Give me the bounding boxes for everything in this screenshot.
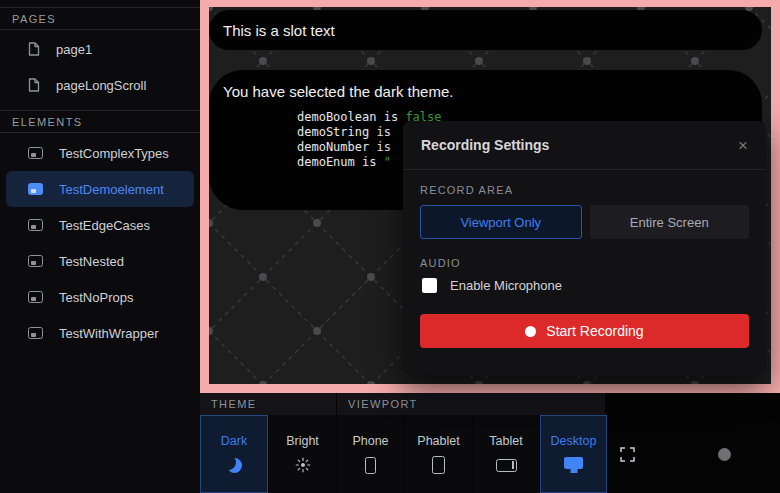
record-area-options: Viewport Only Entire Screen [420, 205, 749, 239]
sidebar-item-label: TestDemoelement [59, 182, 164, 197]
viewport-phablet-label: Phablet [417, 434, 459, 448]
viewport-tablet-button[interactable]: Tablet [473, 415, 539, 493]
modal-body: RECORD AREA Viewport Only Entire Screen … [403, 170, 766, 348]
sidebar-item-label: TestWithWrapper [59, 326, 158, 341]
phone-icon [365, 457, 376, 474]
sidebar-item-page1[interactable]: page1 [6, 31, 194, 67]
start-recording-button[interactable]: Start Recording [420, 314, 749, 348]
code-line-prefix: demoBoolean is [297, 110, 405, 124]
sidebar-item-label: pageLongScroll [56, 78, 146, 93]
slot-text: This is a slot text [223, 22, 335, 39]
viewport-desktop-button[interactable]: Desktop [540, 415, 607, 493]
theme-message: You have selected the dark theme. [223, 83, 762, 100]
element-icon [28, 255, 43, 267]
viewport-header-label: VIEWPORT [348, 398, 418, 410]
record-area-label: RECORD AREA [420, 184, 749, 196]
viewport-tablet-label: Tablet [489, 434, 522, 448]
theme-bright-button[interactable]: Bright [269, 415, 336, 493]
sidebar-item-testwithwrapper[interactable]: TestWithWrapper [6, 315, 194, 351]
sidebar-item-testdemoelement[interactable]: TestDemoelement [6, 171, 194, 207]
moon-icon [227, 458, 242, 473]
record-dot-icon [525, 326, 536, 337]
theme-bright-label: Bright [286, 434, 319, 448]
enable-microphone-checkbox[interactable] [422, 278, 437, 293]
theme-header-label: THEME [211, 398, 257, 410]
theme-dark-button[interactable]: Dark [200, 415, 268, 493]
viewport-desktop-label: Desktop [551, 434, 597, 448]
record-status-icon[interactable] [718, 448, 731, 461]
sidebar-item-testnested[interactable]: TestNested [6, 243, 194, 279]
sidebar-item-label: TestComplexTypes [59, 146, 169, 161]
entire-screen-button[interactable]: Entire Screen [590, 205, 750, 239]
recording-settings-modal: Recording Settings × RECORD AREA Viewpor… [403, 121, 766, 375]
sidebar-item-label: TestNoProps [59, 290, 133, 305]
sidebar-item-label: TestNested [59, 254, 124, 269]
sidebar-item-label: TestEdgeCases [59, 218, 150, 233]
code-line-prefix: demoNumber is [297, 140, 398, 154]
document-icon [28, 78, 40, 92]
pages-header-label: PAGES [12, 13, 56, 25]
modal-header: Recording Settings × [403, 121, 766, 170]
viewport-phone-label: Phone [352, 434, 388, 448]
toolbar-headers: THEME VIEWPORT [200, 393, 780, 415]
theme-dark-label: Dark [221, 434, 247, 448]
element-icon [28, 183, 43, 195]
close-icon[interactable]: × [738, 137, 748, 154]
pages-list: page1 pageLongScroll [0, 30, 200, 105]
sidebar: PAGES page1 pageLongScroll ELEMENTS Test… [0, 0, 200, 493]
sidebar-item-label: page1 [56, 42, 92, 57]
start-recording-label: Start Recording [546, 323, 643, 339]
fullscreen-icon[interactable] [620, 447, 635, 462]
pages-section-header: PAGES [0, 7, 200, 30]
element-icon [28, 147, 43, 159]
slot-text-box: This is a slot text [209, 10, 762, 50]
enable-microphone-label: Enable Microphone [450, 278, 562, 293]
element-icon [28, 219, 43, 231]
code-line-prefix: demoEnum is [297, 155, 384, 169]
sidebar-item-testedgecases[interactable]: TestEdgeCases [6, 207, 194, 243]
viewport-phone-button[interactable]: Phone [337, 415, 404, 493]
element-icon [28, 327, 43, 339]
bottom-toolbar: THEME VIEWPORT Dark Bright [200, 393, 780, 493]
elements-section-header: ELEMENTS [0, 110, 200, 133]
tablet-icon [496, 459, 517, 472]
viewport-section-header: VIEWPORT [337, 393, 605, 415]
theme-section-header: THEME [200, 393, 336, 415]
code-line-prefix: demoString is [297, 125, 398, 139]
sidebar-item-testnoprops[interactable]: TestNoProps [6, 279, 194, 315]
viewport-phablet-button[interactable]: Phablet [405, 415, 472, 493]
sidebar-item-pagelongscroll[interactable]: pageLongScroll [6, 67, 194, 103]
modal-title: Recording Settings [421, 137, 549, 153]
code-line-value: " [384, 155, 391, 169]
desktop-monitor-icon [564, 457, 583, 469]
microphone-row: Enable Microphone [422, 278, 749, 293]
toolbar-buttons: Dark Bright Phone Pha [200, 415, 780, 493]
audio-label: AUDIO [420, 257, 749, 269]
phablet-icon [432, 456, 445, 474]
sun-icon [295, 457, 311, 473]
sidebar-item-testcomplextypes[interactable]: TestComplexTypes [6, 135, 194, 171]
viewport-only-button[interactable]: Viewport Only [420, 205, 582, 239]
elements-header-label: ELEMENTS [12, 116, 83, 128]
elements-list: TestComplexTypes TestDemoelement TestEdg… [0, 133, 200, 351]
document-icon [28, 42, 40, 56]
element-icon [28, 291, 43, 303]
